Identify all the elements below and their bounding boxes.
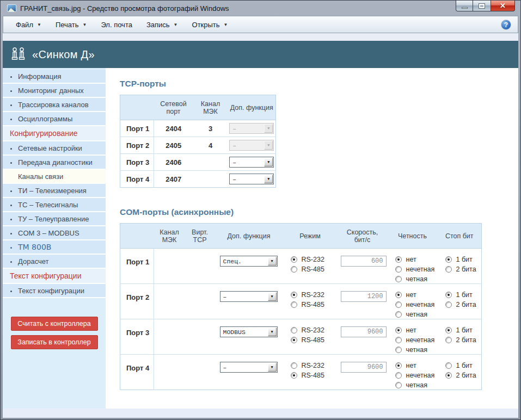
tcp-column-header: Доп. функция bbox=[228, 95, 276, 120]
parity-option-четная[interactable]: четная bbox=[395, 311, 438, 318]
stopbit-option-2-бита[interactable]: 2 бита bbox=[445, 265, 482, 273]
radio-icon[interactable] bbox=[291, 301, 297, 308]
extra-function-select[interactable]: –▼ bbox=[220, 362, 278, 373]
stopbit-option-1-бит[interactable]: 1 бит bbox=[445, 256, 482, 263]
titlebar[interactable]: ГРАНИТ_связь.jpg - Средство просмотра фо… bbox=[3, 1, 518, 16]
radio-icon[interactable] bbox=[445, 327, 452, 333]
mode-option-rs-232[interactable]: RS-232 bbox=[291, 291, 338, 299]
extra-function-select[interactable]: Спец.▼ bbox=[220, 256, 278, 267]
speed-input[interactable] bbox=[341, 256, 387, 267]
parity-option-четная[interactable]: четная bbox=[395, 275, 438, 283]
mode-option-rs-232[interactable]: RS-232 bbox=[291, 326, 338, 334]
radio-icon[interactable] bbox=[395, 301, 402, 308]
close-button[interactable]: ✕ bbox=[491, 1, 515, 11]
stopbit-option-2-бита[interactable]: 2 бита bbox=[445, 372, 482, 379]
sidebar-item-сетевые-настройки[interactable]: Сетевые настройки bbox=[3, 141, 106, 156]
radio-icon[interactable] bbox=[395, 362, 402, 369]
sidebar-item-ту-телеуправление[interactable]: ТУ – Телеуправление bbox=[3, 212, 106, 226]
parity-option-нет[interactable]: нет bbox=[395, 256, 438, 263]
sidebar-item-трассировка-каналов[interactable]: Трассировка каналов bbox=[3, 98, 106, 112]
sidebar-button-считать-с-контроллера[interactable]: Считать с контроллера bbox=[11, 317, 98, 331]
mode-option-rs-485[interactable]: RS-485 bbox=[291, 372, 338, 379]
sidebar-item-каналы-связи[interactable]: Каналы связи bbox=[3, 170, 106, 184]
menu-item-эл-почта[interactable]: Эл. почта bbox=[94, 16, 139, 33]
radio-icon[interactable] bbox=[291, 327, 297, 333]
sidebar-item-информация[interactable]: Информация bbox=[3, 70, 106, 84]
stopbit-option-1-бит[interactable]: 1 бит bbox=[445, 362, 482, 369]
sidebar-item-передача-диагностики[interactable]: Передача диагностики bbox=[3, 156, 106, 170]
radio-icon[interactable] bbox=[395, 276, 402, 282]
mode-radio-group: RS-232RS-485 bbox=[283, 362, 338, 379]
radio-icon[interactable] bbox=[291, 256, 297, 263]
extra-function-select[interactable]: –▼ bbox=[229, 157, 274, 168]
sidebar-item-мониторинг-данных[interactable]: Мониторинг данных bbox=[3, 84, 106, 98]
maximize-button[interactable] bbox=[473, 1, 491, 11]
mode-option-rs-485[interactable]: RS-485 bbox=[291, 336, 338, 344]
radio-icon[interactable] bbox=[445, 292, 452, 298]
radio-icon[interactable] bbox=[395, 266, 402, 273]
mode-option-rs-232[interactable]: RS-232 bbox=[291, 362, 338, 369]
mode-option-rs-485[interactable]: RS-485 bbox=[291, 265, 338, 273]
parity-option-нет[interactable]: нет bbox=[395, 291, 438, 299]
menu-item-файл[interactable]: Файл▼ bbox=[9, 16, 48, 33]
radio-icon[interactable] bbox=[445, 301, 452, 308]
parity-option-нет[interactable]: нет bbox=[395, 362, 438, 369]
sidebar-item-дорасчет[interactable]: Дорасчет bbox=[3, 255, 106, 269]
stopbit-option-2-бита[interactable]: 2 бита bbox=[445, 336, 482, 344]
stopbit-radio-group: 1 бит2 бита bbox=[438, 362, 482, 379]
sidebar-label: Трассировка каналов bbox=[18, 101, 89, 109]
menu-item-запись[interactable]: Запись▼ bbox=[139, 16, 185, 33]
parity-option-нечетная[interactable]: нечетная bbox=[395, 336, 438, 344]
radio-icon[interactable] bbox=[445, 266, 452, 273]
sidebar-item-ти-телеизмерения[interactable]: ТИ – Телеизмерения bbox=[3, 184, 106, 198]
parity-option-нечетная[interactable]: нечетная bbox=[395, 301, 438, 308]
extra-function-select[interactable]: MODBUS▼ bbox=[220, 326, 278, 337]
radio-icon[interactable] bbox=[291, 372, 297, 379]
menu-item-печать[interactable]: Печать▼ bbox=[48, 16, 94, 33]
radio-icon[interactable] bbox=[291, 266, 297, 273]
sidebar-item-com-3-modbus[interactable]: COM 3 – MODBUS bbox=[3, 226, 106, 240]
radio-icon[interactable] bbox=[395, 327, 402, 333]
radio-icon[interactable] bbox=[395, 292, 402, 298]
parity-option-нечетная[interactable]: нечетная bbox=[395, 265, 438, 273]
brand-title: «Синком Д» bbox=[32, 48, 95, 61]
parity-option-четная[interactable]: четная bbox=[395, 381, 438, 389]
stopbit-option-2-бита[interactable]: 2 бита bbox=[445, 301, 482, 308]
sidebar-item-тм-800в[interactable]: ТМ 800В bbox=[3, 240, 106, 255]
parity-option-нечетная[interactable]: нечетная bbox=[395, 372, 438, 379]
sidebar-item-осциллограммы[interactable]: Осциллограммы bbox=[3, 112, 106, 126]
sidebar-item-текст-конфигурации[interactable]: Текст конфигурации bbox=[3, 284, 106, 298]
extra-function-select[interactable]: –▼ bbox=[220, 291, 278, 302]
radio-icon[interactable] bbox=[395, 256, 402, 263]
radio-icon[interactable] bbox=[445, 256, 452, 263]
radio-icon[interactable] bbox=[445, 372, 452, 379]
extra-function-select[interactable]: –▼ bbox=[229, 174, 274, 184]
sidebar-item-тс-телесигналы[interactable]: ТС – Телесигналы bbox=[3, 198, 106, 212]
radio-icon[interactable] bbox=[445, 362, 452, 369]
select-value: – bbox=[230, 125, 264, 132]
minimize-button[interactable] bbox=[456, 1, 473, 11]
radio-icon[interactable] bbox=[291, 292, 297, 298]
mode-option-rs-232[interactable]: RS-232 bbox=[291, 256, 338, 263]
radio-label: нечетная bbox=[406, 372, 435, 379]
parity-option-четная[interactable]: четная bbox=[395, 346, 438, 354]
parity-option-нет[interactable]: нет bbox=[395, 326, 438, 334]
help-button[interactable]: ? bbox=[501, 20, 511, 30]
radio-icon[interactable] bbox=[445, 337, 452, 343]
stopbit-option-1-бит[interactable]: 1 бит bbox=[445, 291, 482, 299]
stopbit-option-1-бит[interactable]: 1 бит bbox=[445, 326, 482, 334]
sidebar-button-записать-в-контроллер[interactable]: Записать в контроллер bbox=[11, 335, 98, 349]
speed-input[interactable] bbox=[341, 291, 387, 302]
com-port-label: Порт 3 bbox=[120, 319, 154, 355]
radio-icon[interactable] bbox=[291, 337, 297, 343]
radio-icon[interactable] bbox=[395, 311, 402, 318]
speed-input[interactable] bbox=[341, 362, 387, 373]
menu-item-открыть[interactable]: Открыть▼ bbox=[185, 16, 235, 33]
radio-icon[interactable] bbox=[395, 337, 402, 343]
radio-icon[interactable] bbox=[291, 362, 297, 369]
radio-icon[interactable] bbox=[395, 347, 402, 353]
mode-option-rs-485[interactable]: RS-485 bbox=[291, 301, 338, 308]
speed-input[interactable] bbox=[341, 326, 387, 337]
radio-icon[interactable] bbox=[395, 382, 402, 388]
radio-icon[interactable] bbox=[395, 372, 402, 379]
